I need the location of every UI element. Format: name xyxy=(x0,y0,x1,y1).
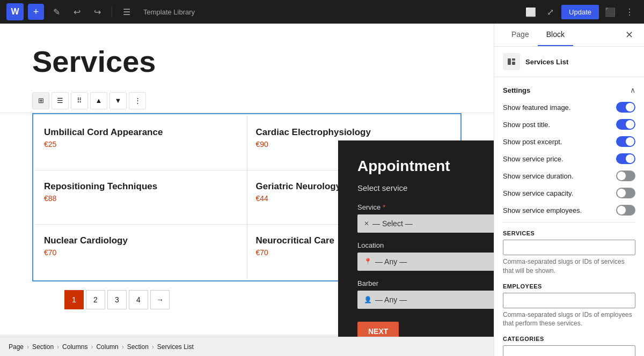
tab-page[interactable]: Page xyxy=(503,24,538,46)
breadcrumb-separator: › xyxy=(122,343,124,351)
main-layout: Services ⊞ ☰ ⠿ ▲ ▼ ⋮ Umbilical Cord Appe… xyxy=(0,24,644,356)
breadcrumb-item-section[interactable]: Section xyxy=(32,343,54,351)
wp-logo: W xyxy=(6,3,24,20)
location-label: Location xyxy=(357,241,494,249)
service-price: €88 xyxy=(44,194,238,203)
align-button[interactable]: ☰ xyxy=(52,92,69,109)
add-block-button[interactable]: + xyxy=(28,4,44,20)
service-select-value: — Select — xyxy=(372,219,413,228)
details-button[interactable]: ☰ xyxy=(119,4,135,20)
toggle-row-5: Show service capacity. xyxy=(503,188,635,198)
field-label-0: SERVICES xyxy=(503,230,635,236)
sidebar: Page Block ✕ Services List Settings ∧ Sh… xyxy=(494,24,644,356)
breadcrumb-item-column[interactable]: Column xyxy=(96,343,118,351)
barber-select[interactable]: 👤 — Any — ▾ xyxy=(357,291,494,309)
service-name: Umbilical Cord Appearance xyxy=(44,127,238,138)
move-down-button[interactable]: ▼ xyxy=(109,92,127,109)
breadcrumb-separator: › xyxy=(27,343,29,351)
field-input-2[interactable] xyxy=(503,345,635,356)
page-button-4[interactable]: 4 xyxy=(129,290,148,309)
toggle-2[interactable] xyxy=(616,136,635,147)
toggle-label-2: Show post excerpt. xyxy=(503,138,562,146)
breadcrumb-separator: › xyxy=(152,343,154,351)
service-card[interactable]: Umbilical Cord Appearance €25 xyxy=(35,116,247,170)
block-name: Services List xyxy=(525,58,568,66)
grid-view-button[interactable]: ⊞ xyxy=(32,92,49,109)
toggle-rows: Show featured image. Show post title. Sh… xyxy=(503,102,635,216)
settings-panel-button[interactable]: ⬛ xyxy=(602,4,618,20)
sidebar-field-1: EMPLOYEES Comma-separated slugs or IDs o… xyxy=(503,283,635,329)
more-options-button[interactable]: ⋮ xyxy=(129,92,146,109)
field-label-1: EMPLOYEES xyxy=(503,283,635,290)
toggle-knob-0 xyxy=(626,103,634,112)
location-select[interactable]: 📍 — Any — ▾ xyxy=(357,253,494,271)
service-field: Service* ✕ — Select — ▾ xyxy=(357,203,494,233)
svg-rect-0 xyxy=(508,58,511,65)
tab-block[interactable]: Block xyxy=(538,24,573,46)
breadcrumb-item-services-list: Services List xyxy=(157,343,194,351)
sidebar-tabs: Page Block ✕ xyxy=(494,24,644,47)
settings-section: Settings ∧ Show featured image. Show pos… xyxy=(494,77,644,356)
field-input-1[interactable] xyxy=(503,293,635,308)
toggle-knob-4 xyxy=(617,172,626,180)
view-button[interactable]: ⤢ xyxy=(542,4,558,20)
settings-header: Settings ∧ xyxy=(503,86,635,94)
topbar: W + ✎ ↩ ↪ ☰ Template Library ⬜ ⤢ Update … xyxy=(0,0,644,24)
sidebar-field-0: SERVICES Comma-separated slugs or IDs of… xyxy=(503,230,635,276)
sidebar-field-2: CATEGORIES Comma-separated slugs or IDs … xyxy=(503,336,635,356)
service-card[interactable]: Nuclear Cardiology €70 xyxy=(35,225,247,278)
toggle-knob-1 xyxy=(626,120,634,129)
toggle-label-5: Show service capacity. xyxy=(503,189,573,197)
preview-button[interactable]: ⬜ xyxy=(523,4,539,20)
update-button[interactable]: Update xyxy=(561,5,599,19)
service-price: €25 xyxy=(44,140,238,149)
page-button-1[interactable]: 1 xyxy=(64,290,84,309)
service-select[interactable]: ✕ — Select — ▾ xyxy=(357,214,494,233)
breadcrumb-item-columns[interactable]: Columns xyxy=(62,343,87,351)
toggle-row-6: Show service employees. xyxy=(503,205,635,216)
block-header: Services List xyxy=(494,47,644,77)
tools-button[interactable]: ✎ xyxy=(48,4,64,20)
barber-person-icon: 👤 xyxy=(364,296,372,303)
breadcrumb-item-page[interactable]: Page xyxy=(9,343,24,351)
undo-button[interactable]: ↩ xyxy=(69,4,85,20)
toggle-row-3: Show service price. xyxy=(503,153,635,164)
settings-collapse-button[interactable]: ∧ xyxy=(630,86,635,94)
pagination-next-arrow[interactable]: → xyxy=(150,290,170,309)
location-select-value: — Any — xyxy=(375,257,407,266)
barber-field: Barber 👤 — Any — ▾ xyxy=(357,279,494,309)
location-pin-icon: 📍 xyxy=(364,258,372,265)
more-tools-button[interactable]: ⋮ xyxy=(621,4,638,20)
field-label-2: CATEGORIES xyxy=(503,336,635,342)
toggle-1[interactable] xyxy=(616,119,635,130)
appointment-title: Appointment xyxy=(357,158,494,175)
breadcrumb: Page›Section›Columns›Column›Section›Serv… xyxy=(0,337,494,356)
block-icon xyxy=(503,53,520,70)
toggle-row-2: Show post excerpt. xyxy=(503,136,635,147)
redo-button[interactable]: ↪ xyxy=(89,4,105,20)
breadcrumb-item-section[interactable]: Section xyxy=(127,343,149,351)
breadcrumb-separator: › xyxy=(57,343,59,351)
move-up-button[interactable]: ▲ xyxy=(90,92,107,109)
toggle-4[interactable] xyxy=(616,170,635,181)
canvas: Services ⊞ ☰ ⠿ ▲ ▼ ⋮ Umbilical Cord Appe… xyxy=(0,24,494,356)
service-card[interactable]: Repositioning Techniques €88 xyxy=(35,170,247,224)
toggle-label-1: Show post title. xyxy=(503,121,550,129)
toggle-5[interactable] xyxy=(616,188,635,198)
toggle-0[interactable] xyxy=(616,102,635,113)
field-help-1: Comma-separated slugs or IDs of employee… xyxy=(503,310,635,329)
toggle-6[interactable] xyxy=(616,205,635,216)
canvas-content: Services ⊞ ☰ ⠿ ▲ ▼ ⋮ Umbilical Cord Appe… xyxy=(0,24,494,335)
field-input-0[interactable] xyxy=(503,240,635,255)
toggle-3[interactable] xyxy=(616,153,635,164)
toggle-knob-6 xyxy=(617,206,626,214)
toggle-row-4: Show service duration. xyxy=(503,170,635,181)
barber-select-value: — Any — xyxy=(375,295,407,304)
page-button-2[interactable]: 2 xyxy=(86,290,105,309)
topbar-title: Template Library xyxy=(143,8,518,16)
close-sidebar-button[interactable]: ✕ xyxy=(623,29,635,41)
drag-handle[interactable]: ⠿ xyxy=(71,92,88,109)
page-button-3[interactable]: 3 xyxy=(107,290,127,309)
topbar-divider xyxy=(112,6,112,17)
toggle-label-3: Show service price. xyxy=(503,155,564,163)
